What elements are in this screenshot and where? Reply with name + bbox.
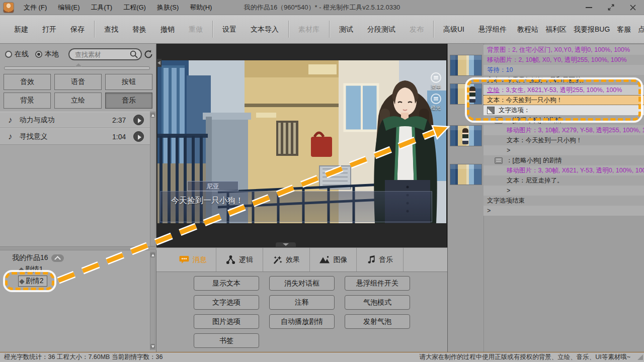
tab-效果[interactable]: 效果	[263, 248, 310, 272]
script-row[interactable]: 文本：今天天气挺好，风和日丽的。	[484, 75, 644, 85]
play-button[interactable]	[133, 115, 144, 125]
script-row[interactable]: 立绘：3,女生, X621,Y-53, 透明255, 100%, 100%	[484, 85, 644, 95]
category-button-6[interactable]: 音乐	[105, 93, 152, 109]
tree-item-剧情2[interactable]: ◆剧情2	[18, 276, 47, 287]
game-scene[interactable]: 菜单 橙光 尼亚 今天捡到一只小狗！	[157, 60, 446, 223]
online-radio[interactable]	[5, 51, 12, 58]
category-button-3[interactable]: 按钮	[105, 74, 152, 90]
action-button-10[interactable]: 书签	[194, 333, 259, 348]
action-button-9[interactable]: 发射气泡	[345, 314, 410, 329]
music-scrollbar[interactable]	[150, 112, 155, 246]
collapse-chevron-icon[interactable]	[51, 254, 64, 262]
search-input[interactable]	[69, 51, 129, 58]
category-button-2[interactable]: 语音	[54, 74, 102, 90]
tab-消息[interactable]: 消息	[170, 248, 216, 272]
toolbar-button-6-0[interactable]: 教程站	[514, 15, 542, 43]
close-button[interactable]	[622, 0, 644, 15]
action-button-6[interactable]: 气泡模式	[345, 295, 410, 310]
tab-音乐[interactable]: 音乐	[357, 248, 404, 272]
menu-item-1[interactable]: 文件 (F)	[18, 0, 52, 15]
action-button-7[interactable]: 图片选项	[194, 314, 259, 329]
script-row[interactable]: 背景图：2, 住宅小区门, X0,Y0, 透明0, 100%, 100%	[484, 45, 644, 55]
tree-scrollbar[interactable]	[150, 251, 155, 350]
script-row[interactable]: 文字选项：	[484, 105, 644, 115]
scroll-up-icon[interactable]	[150, 113, 155, 118]
script-row[interactable]: ：[忽略小狗] 的剧情	[484, 155, 644, 165]
toolbar-button-5-0[interactable]: 高级UI	[436, 15, 471, 43]
action-button-1[interactable]: 显示文本	[194, 276, 259, 291]
script-row[interactable]: ：[投喂小狗] 的剧情	[484, 115, 644, 125]
scene-thumbnail[interactable]	[450, 83, 482, 105]
script-row-text: 移动图片：3, 30帧, X621, Y-53, 透明0, 100%, 100	[507, 166, 644, 175]
action-button-3[interactable]: 悬浮组件开关	[345, 276, 410, 291]
action-button-5[interactable]: 注释	[269, 295, 335, 310]
toolbar-button-5-1[interactable]: 悬浮组件	[471, 15, 514, 43]
panel-slider-handle[interactable]	[4, 66, 150, 70]
center-area: 菜单 橙光 尼亚 今天捡到一只小狗！ 消息逻辑效果图像音乐 显示文本消失对话框悬…	[156, 44, 447, 352]
search-icon[interactable]	[129, 50, 138, 59]
restore-button[interactable]	[600, 0, 622, 15]
refresh-icon[interactable]	[143, 49, 153, 59]
tab-逻辑[interactable]: 逻辑	[216, 248, 263, 272]
toolbar-button-0-1[interactable]: 打开	[35, 15, 63, 43]
scene-thumbnail[interactable]	[450, 55, 482, 76]
menu-item-3[interactable]: 工具(T)	[86, 0, 118, 15]
script-row[interactable]: 移动图片：3, 10帧, X279, Y-58, 透明255, 100%, 1	[484, 125, 644, 135]
toolbar-button-6-3[interactable]: 客服	[613, 15, 634, 43]
toolbar-button-1-1[interactable]: 替换	[125, 15, 153, 43]
scroll-down-icon[interactable]	[150, 344, 155, 349]
script-row[interactable]: 移动图片：2, 10帧, X0, Y0, 透明255, 100%, 100%	[484, 55, 644, 65]
script-row[interactable]: 文本：今天捡到一只小狗！	[484, 135, 644, 145]
menu-item-4[interactable]: 工程(G)	[118, 0, 151, 15]
toolbar-button-1-0[interactable]: 查找	[97, 15, 125, 43]
menu-item-6[interactable]: 帮助(H)	[184, 0, 217, 15]
toolbar-button-0-2[interactable]: 保存	[63, 15, 92, 43]
script-row[interactable]: 移动图片：3, 30帧, X621, Y-53, 透明0, 100%, 100	[484, 165, 644, 175]
toolbar-button-2-1[interactable]: 文本导入	[244, 15, 286, 43]
script-link[interactable]: 立绘	[487, 86, 500, 95]
scroll-up-icon[interactable]	[150, 252, 155, 257]
toolbar-button-2-0[interactable]: 设置	[215, 15, 244, 43]
minimize-icon	[586, 7, 592, 8]
music-item[interactable]: ♪动力与成功2:37	[0, 112, 151, 128]
game-menu-button[interactable]: 菜单	[428, 72, 443, 90]
toolbar-button-0-0[interactable]: 新建	[7, 15, 35, 43]
collapse-left-handle[interactable]	[157, 59, 162, 67]
toolbar-button-6-2[interactable]: 我要报BUG	[570, 15, 613, 43]
local-radio[interactable]	[35, 51, 42, 58]
action-button-4[interactable]: 文字选项	[194, 295, 259, 310]
left-panel-splitter[interactable]	[0, 246, 156, 250]
action-button-2[interactable]: 消失对话框	[269, 276, 335, 291]
category-button-5[interactable]: 立绘	[54, 93, 102, 109]
toolbar-button-1-2[interactable]: 撤销	[153, 15, 182, 43]
tree-item-剧情1[interactable]: ◆剧情1	[18, 264, 46, 275]
script-row[interactable]: 文字选项结束	[484, 196, 644, 206]
menu-item-2[interactable]: 编辑(E)	[52, 0, 85, 15]
category-button-1[interactable]: 音效	[4, 74, 51, 90]
toolbar-button-4-0[interactable]: 测试	[332, 15, 360, 43]
menu-item-5[interactable]: 换肤(S)	[151, 0, 184, 15]
script-row[interactable]: 文本：尼亚走掉了。	[484, 175, 644, 186]
script-row[interactable]: 等待：10	[484, 65, 644, 75]
script-row[interactable]: 文本：今天捡到一只小狗！	[484, 95, 644, 105]
scene-thumbnail[interactable]	[450, 125, 482, 146]
toolbar-button-6-1[interactable]: 福利区	[542, 15, 570, 43]
game-logo-button[interactable]: 橙光	[428, 94, 443, 112]
dialogue-box[interactable]: 今天捡到一只小狗！	[160, 191, 432, 222]
tab-图像[interactable]: 图像	[310, 248, 357, 272]
tree-root-row[interactable]: 我的作品16	[12, 253, 64, 262]
collapse-bottom-handle[interactable]	[276, 242, 296, 247]
word-count-status: 橙光字数统计：36 工程大小：7.60MB 当前剧情字数：36	[4, 353, 163, 361]
toolbar-button-4-1[interactable]: 分段测试	[360, 15, 403, 43]
play-button[interactable]	[133, 131, 144, 142]
scene-thumbnail[interactable]	[450, 164, 482, 185]
minimize-button[interactable]	[578, 0, 600, 15]
action-button-8[interactable]: 自动播放剧情	[269, 314, 335, 329]
music-item[interactable]: ♪寻找意义1:04	[0, 128, 151, 145]
toolbar-button-6-4[interactable]: 点击登录	[634, 15, 644, 43]
resize-grip-icon[interactable]	[637, 354, 643, 360]
script-row[interactable]: >	[484, 186, 644, 196]
script-row[interactable]: >	[484, 206, 644, 216]
category-button-4[interactable]: 背景	[4, 93, 51, 109]
script-row[interactable]: >	[484, 145, 644, 155]
